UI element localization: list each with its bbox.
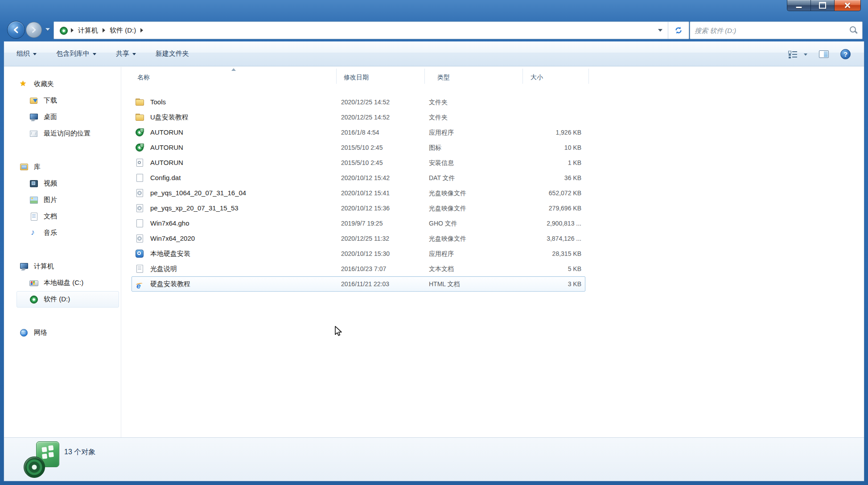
file-date: 2020/10/12 15:41 (341, 186, 390, 200)
file-name: AUTORUN (150, 140, 183, 155)
sidebar-item[interactable]: 网络 (4, 325, 119, 341)
column-divider[interactable] (588, 69, 589, 84)
installer-disc-shape (24, 456, 45, 478)
sidebar-item-label: 最近访问的位置 (44, 129, 91, 138)
toolbar-right-icons (788, 41, 851, 66)
file-size: 3 KB (568, 277, 581, 291)
sidebar-item-label: 视频 (44, 179, 57, 188)
file-type: 文件夹 (429, 110, 448, 124)
computer-icon (20, 263, 29, 270)
change-view-button[interactable] (788, 50, 807, 58)
address-bar[interactable]: 计算机软件 (D:) (53, 21, 689, 39)
file-row[interactable]: 硬盘安装教程 2016/11/21 22:03 HTML 文档 3 KB (132, 276, 585, 292)
minimize-button[interactable] (787, 0, 810, 11)
recent-pages-chevron-icon[interactable] (45, 28, 50, 31)
file-row[interactable]: AUTORUN 2015/5/10 2:45 安装信息 1 KB (132, 155, 585, 170)
sidebar-item[interactable]: 图片 (4, 192, 119, 208)
sidebar-item[interactable]: 软件 (D:) (16, 291, 119, 308)
sidebar-item-label: 文档 (44, 212, 57, 221)
file-size: 1,926 KB (555, 125, 581, 140)
column-header-name[interactable]: 名称 (137, 67, 150, 86)
html-doc-icon (135, 280, 144, 294)
sidebar-item[interactable]: 音乐 (4, 225, 119, 241)
breadcrumb-item[interactable]: 计算机 (76, 26, 100, 35)
chevron-down-icon (804, 53, 807, 56)
file-type: HTML 文档 (429, 277, 460, 291)
file-row[interactable]: pe_yqs_xp_20_07_31_15_53 2020/10/12 15:3… (132, 201, 585, 216)
file-row[interactable]: Win7x64_2020 2020/12/25 11:32 光盘映像文件 3,8… (132, 231, 585, 246)
file-row[interactable]: pe_yqs_1064_20_07_31_16_04 2020/10/12 15… (132, 185, 585, 201)
file-row[interactable]: Tools 2020/12/25 14:52 文件夹 (132, 95, 585, 110)
sidebar-item[interactable]: 库 (4, 159, 119, 175)
file-name: AUTORUN (150, 156, 183, 170)
toolbar-item[interactable]: 包含到库中 (56, 49, 96, 58)
pictures-icon (29, 196, 38, 204)
documents-icon (29, 213, 38, 220)
desktop-icon (29, 113, 38, 121)
column-divider[interactable] (522, 69, 523, 84)
search-input[interactable] (690, 27, 849, 34)
file-name: Win7x64.gho (150, 216, 189, 230)
file-name: 光盘说明 (150, 262, 177, 276)
file-size: 652,072 KB (549, 186, 581, 200)
file-date: 2020/10/12 15:42 (341, 171, 390, 185)
breadcrumb-arrow-icon[interactable] (140, 28, 143, 33)
sidebar-item[interactable]: 本地磁盘 (C:) (4, 275, 119, 291)
sidebar-item[interactable]: 桌面 (4, 109, 119, 125)
search-icon[interactable] (849, 25, 859, 35)
back-button[interactable] (7, 21, 25, 39)
file-name: U盘安装教程 (150, 110, 189, 124)
column-divider[interactable] (424, 69, 425, 84)
file-name: Win7x64_2020 (150, 231, 195, 246)
address-dropdown-icon[interactable] (658, 29, 662, 32)
sidebar-section-gap (4, 308, 121, 325)
toolbar-item[interactable]: 组织 (16, 49, 37, 58)
file-row[interactable]: AUTORUN 2015/5/10 2:45 图标 10 KB (132, 140, 585, 155)
maximize-button[interactable] (810, 0, 834, 11)
column-header-size[interactable]: 大小 (531, 67, 543, 86)
file-type: GHO 文件 (429, 216, 457, 230)
sidebar-item[interactable]: 视频 (4, 175, 119, 192)
file-type: 应用程序 (429, 125, 454, 140)
column-header-date[interactable]: 修改日期 (344, 67, 369, 86)
file-type: 光盘映像文件 (429, 186, 466, 200)
close-button[interactable] (834, 0, 861, 11)
toolbar-item[interactable]: 共享 (116, 49, 136, 58)
help-icon[interactable] (840, 49, 851, 59)
libraries-icon (20, 163, 29, 171)
column-divider[interactable] (336, 69, 337, 84)
preview-pane-icon[interactable] (819, 50, 829, 58)
sidebar-item-label: 库 (34, 163, 41, 171)
sidebar-item[interactable]: 文档 (4, 208, 119, 225)
file-row[interactable]: 光盘说明 2016/10/23 7:07 文本文档 5 KB (132, 261, 585, 276)
file-row[interactable]: AUTORUN 2016/1/8 4:54 应用程序 1,926 KB (132, 125, 585, 140)
file-name: AUTORUN (150, 125, 183, 140)
sidebar-item-label: 计算机 (34, 262, 54, 271)
sidebar-item[interactable]: 计算机 (4, 258, 119, 275)
file-row[interactable]: U盘安装教程 2020/12/25 14:52 文件夹 (132, 110, 585, 125)
sidebar-item[interactable]: 收藏夹 (4, 76, 119, 92)
refresh-button[interactable] (668, 26, 689, 35)
breadcrumb-arrow-icon[interactable] (71, 28, 74, 33)
file-date: 2015/5/10 2:45 (341, 156, 383, 170)
column-header-type[interactable]: 类型 (437, 67, 450, 86)
forward-button[interactable] (26, 22, 42, 38)
toolbar-item[interactable]: 新建文件夹 (156, 49, 189, 58)
file-size: 10 KB (564, 140, 581, 155)
file-size: 1 KB (568, 156, 581, 170)
breadcrumb-arrow-icon[interactable] (103, 28, 105, 33)
file-row[interactable]: Config.dat 2020/10/12 15:42 DAT 文件 36 KB (132, 170, 585, 185)
file-date: 2020/12/25 14:52 (341, 110, 390, 124)
file-row[interactable]: 本地硬盘安装 2020/10/12 15:30 应用程序 28,315 KB (132, 246, 585, 261)
file-row[interactable]: Win7x64.gho 2019/9/7 19:25 GHO 文件 2,900,… (132, 216, 585, 231)
breadcrumb-item[interactable]: 软件 (D:) (108, 26, 138, 35)
command-toolbar: 组织 包含到库中 共享 新建文件夹 (4, 41, 864, 66)
file-name: 硬盘安装教程 (150, 277, 190, 291)
file-date: 2020/10/12 15:36 (341, 201, 390, 215)
toolbar-item-label: 包含到库中 (56, 49, 90, 58)
file-date: 2016/1/8 4:54 (341, 125, 379, 140)
file-name: 本地硬盘安装 (150, 247, 190, 261)
drive-green-icon (59, 27, 68, 34)
sidebar-item[interactable]: 下载 (4, 92, 119, 109)
sidebar-item[interactable]: 最近访问的位置 (4, 125, 119, 142)
